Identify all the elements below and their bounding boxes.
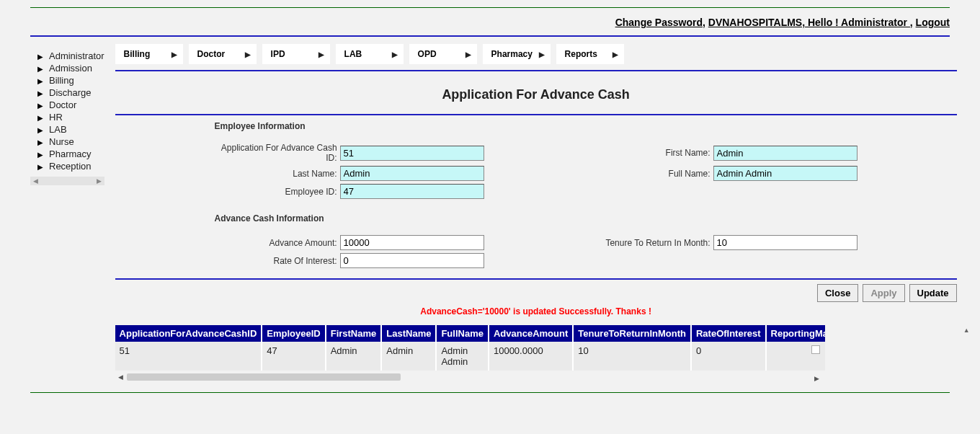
input-employee-id[interactable] [340,184,484,199]
sidebar-item-label: HR [49,112,63,123]
data-grid: ApplicationForAdvanceCashID EmployeeID F… [115,325,957,382]
scrollbar-thumb[interactable] [127,373,401,381]
label-full-name: Full Name: [589,169,710,179]
label-app-id: Application For Advance Cash ID: [215,143,337,163]
menu-label: Doctor [197,49,226,59]
status-message: AdvanceCash='10000' is updated Successfu… [115,306,957,325]
menu-ipd[interactable]: IPD▶ [262,44,330,64]
sidebar-item-lab[interactable]: ▶LAB [30,123,104,136]
input-advance-amount[interactable] [340,235,484,250]
label-rate: Rate Of Interest: [215,256,337,266]
menu-label: LAB [344,49,362,59]
chevron-right-icon: ▶ [37,114,43,122]
cell-reporting-manager [766,342,825,371]
logout-link[interactable]: Logout [916,17,950,28]
chevron-right-icon: ▶ [37,102,43,110]
sidebar-item-administrator[interactable]: ▶Administrator [30,50,104,62]
change-password-link[interactable]: Change Password, [615,17,705,28]
brand-user-link[interactable]: DVNAHOSPITALMS, Hello ! Administrator , [708,17,913,28]
menu-doctor[interactable]: Doctor▶ [189,44,257,64]
top-menu: Billing▶ Doctor▶ IPD▶ LAB▶ OPD▶ Pharmacy… [115,44,957,70]
th-reporting-manager[interactable]: ReportingManagerA [766,325,825,342]
sidebar-item-label: LAB [49,124,67,135]
chevron-right-icon: ▶ [37,151,43,159]
th-rate[interactable]: RateOfInterest [691,325,766,342]
table-header-row: ApplicationForAdvanceCashID EmployeeID F… [115,325,825,342]
sidebar-scrollbar[interactable]: ◀▶ [30,177,104,185]
sidebar-item-label: Billing [49,75,74,86]
page-title: Application For Advance Cash [115,84,957,114]
label-first-name: First Name: [589,148,710,158]
cell-first-name: Admin [326,342,382,371]
sidebar-item-hr[interactable]: ▶HR [30,111,104,123]
chevron-right-icon: ▶ [245,50,251,58]
section-advance-cash-info: Advance Cash Information [215,202,858,235]
chevron-right-icon: ▶ [37,65,43,73]
close-button[interactable]: Close [817,284,858,302]
th-advance-amount[interactable]: AdvanceAmount [489,325,573,342]
menu-label: IPD [271,49,285,59]
th-first-name[interactable]: FirstName [326,325,382,342]
sidebar-item-label: Doctor [49,99,76,110]
action-bar: Close Apply Update [115,280,957,306]
menu-opd[interactable]: OPD▶ [409,44,477,64]
chevron-right-icon: ▶ [37,138,43,146]
chevron-right-icon: ▶ [172,50,177,58]
apply-button[interactable]: Apply [863,284,904,302]
th-full-name[interactable]: FullName [436,325,489,342]
th-last-name[interactable]: LastName [381,325,436,342]
menu-reports[interactable]: Reports▶ [556,44,624,64]
input-full-name[interactable] [713,166,858,181]
sidebar-item-doctor[interactable]: ▶Doctor [30,99,104,111]
scroll-up-icon[interactable]: ▲ [963,327,970,334]
label-employee-id: Employee ID: [215,187,337,197]
cell-employee-id: 47 [262,342,325,371]
checkbox-icon[interactable] [811,345,820,354]
update-button[interactable]: Update [909,284,957,302]
sidebar-item-discharge[interactable]: ▶Discharge [30,87,104,99]
th-app-id[interactable]: ApplicationForAdvanceCashID [115,325,262,342]
cell-full-name: Admin Admin [436,342,489,371]
sidebar-item-label: Discharge [49,87,92,98]
input-tenure[interactable] [713,235,858,250]
sidebar-item-nurse[interactable]: ▶Nurse [30,136,104,148]
sidebar-item-label: Reception [49,161,92,172]
chevron-right-icon: ▶ [37,53,43,61]
table-row[interactable]: 51 47 Admin Admin Admin Admin 10000.0000… [115,342,825,371]
cell-last-name: Admin [381,342,436,371]
input-rate[interactable] [340,253,484,268]
input-last-name[interactable] [340,166,484,181]
sidebar-item-billing[interactable]: ▶Billing [30,74,104,87]
cell-app-id: 51 [115,342,262,371]
menu-label: Billing [124,49,151,59]
horizontal-scrollbar[interactable]: ◀ ▶ [115,372,825,382]
sidebar-item-pharmacy[interactable]: ▶Pharmacy [30,148,104,160]
top-bar: Change Password, DVNAHOSPITALMS, Hello !… [30,8,950,35]
scroll-left-icon: ◀ [115,373,126,381]
cell-advance-amount: 10000.0000 [489,342,573,371]
th-employee-id[interactable]: EmployeeID [262,325,325,342]
label-last-name: Last Name: [215,169,337,179]
cell-rate: 0 [691,342,766,371]
sidebar-item-label: Nurse [49,136,74,147]
sidebar-item-label: Admission [49,63,92,74]
input-first-name[interactable] [713,146,858,161]
menu-label: Reports [565,49,597,59]
menu-lab[interactable]: LAB▶ [336,44,404,64]
th-tenure[interactable]: TenureToReturnInMonth [573,325,691,342]
chevron-right-icon: ▶ [612,50,618,58]
input-app-id[interactable] [340,146,484,161]
scroll-right-icon: ▶ [811,375,822,382]
chevron-right-icon: ▶ [392,50,398,58]
chevron-right-icon: ▶ [539,50,545,58]
chevron-right-icon: ▶ [37,89,43,97]
sidebar-item-admission[interactable]: ▶Admission [30,62,104,74]
menu-label: Pharmacy [491,49,533,59]
sidebar-item-label: Pharmacy [49,149,92,159]
chevron-right-icon: ▶ [37,163,43,171]
section-employee-info: Employee Information [215,115,858,143]
menu-pharmacy[interactable]: Pharmacy▶ [483,44,551,64]
label-advance-amount: Advance Amount: [215,238,337,248]
sidebar-item-reception[interactable]: ▶Reception [30,160,104,172]
menu-billing[interactable]: Billing▶ [115,44,183,64]
